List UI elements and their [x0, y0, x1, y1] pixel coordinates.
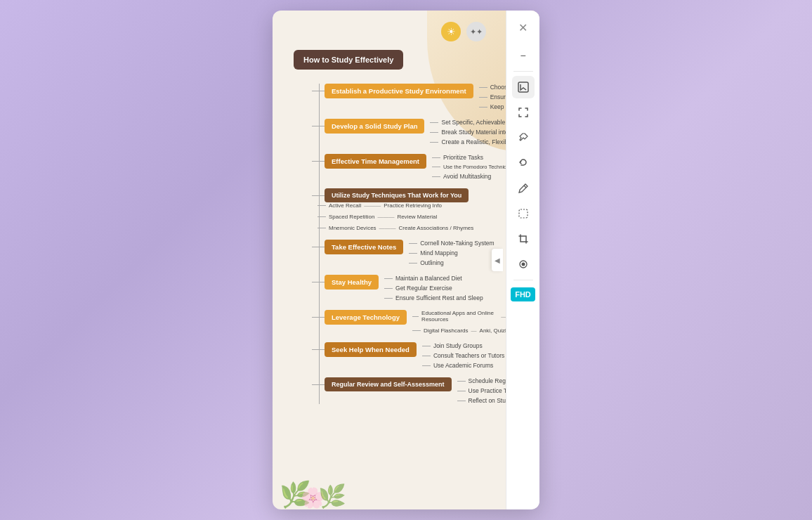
branch-9: Regular Review and Self-Assessment Sched… [312, 377, 528, 404]
record-button[interactable] [512, 253, 535, 275]
scroll-arrow[interactable]: ◀ [492, 249, 503, 271]
root-node: How to Study Effectively [294, 50, 403, 70]
plant-decoration-right: 🌿 [318, 483, 346, 509]
pin-button[interactable] [512, 126, 535, 149]
select-tool-button[interactable] [512, 76, 535, 98]
svg-point-4 [521, 263, 525, 266]
fhd-badge: FHD [511, 287, 535, 301]
branch-node-1: Establish a Productive Study Environment [325, 84, 473, 98]
sun-icon-btn[interactable]: ☀ [441, 22, 461, 41]
sub-item: Maintain a Balanced Diet [384, 275, 483, 282]
branch-node-9: Regular Review and Self-Assessment [325, 377, 452, 391]
sub-items-4: Active Recall ——— Practice Retrieving In… [317, 202, 473, 231]
fullscreen-button[interactable] [512, 101, 535, 124]
sub-item: Cornell Note-Taking System [409, 240, 494, 247]
sub-item: Ensure Sufficient Rest and Sleep [384, 294, 483, 301]
branch-node-7: Leverage Technology [325, 310, 407, 325]
sub-items-6: Maintain a Balanced Diet Get Regular Exe… [384, 275, 483, 301]
close-button[interactable]: ✕ [512, 16, 535, 39]
divider-1 [513, 71, 533, 72]
svg-rect-0 [518, 82, 528, 92]
branch-2: Develop a Solid Study Plan Set Specific,… [312, 119, 528, 145]
branch-1: Establish a Productive Study Environment… [312, 84, 528, 110]
branch-8: Seek Help When Needed Join Study Groups … [312, 342, 528, 369]
pen-button[interactable] [512, 177, 535, 200]
sub-item: Use Academic Forums [422, 362, 504, 369]
branch-3: Effective Time Management Prioritize Tas… [312, 154, 528, 180]
branch-node-4: Utilize Study Techniques That Work for Y… [325, 188, 469, 202]
undo-button[interactable] [512, 152, 535, 174]
divider-2 [513, 280, 533, 280]
sub-item: Mind Mapping [409, 249, 494, 256]
toolbar: ✕ − [506, 11, 539, 509]
svg-rect-2 [519, 209, 528, 218]
svg-line-1 [524, 186, 526, 188]
branch-node-5: Take Effective Notes [325, 240, 403, 254]
branch-node-8: Seek Help When Needed [325, 342, 417, 357]
sub-item: Get Regular Exercise [384, 285, 483, 292]
expand-icon-btn[interactable]: ✦✦ [466, 22, 486, 41]
sub-items-8: Join Study Groups Consult Teachers or Tu… [422, 342, 504, 369]
border-button[interactable] [512, 202, 535, 225]
top-icons: ☀ ✦✦ [287, 22, 528, 41]
sub-item: Join Study Groups [422, 342, 504, 349]
minimize-button[interactable]: − [512, 44, 535, 67]
sub-item: Consult Teachers or Tutors [422, 352, 504, 359]
crop-button[interactable] [512, 228, 535, 250]
main-window: ☀ ✦✦ How to Study Effectively Establish … [273, 11, 539, 509]
sub-item: Outlining [409, 259, 494, 266]
sub-items-5: Cornell Note-Taking System Mind Mapping … [409, 240, 494, 266]
branch-node-6: Stay Healthy [325, 275, 379, 290]
branch-4: Utilize Study Techniques That Work for Y… [312, 188, 528, 231]
branch-node-3: Effective Time Management [325, 154, 426, 169]
branch-6: Stay Healthy Maintain a Balanced Diet Ge… [312, 275, 528, 301]
branch-node-2: Develop a Solid Study Plan [325, 119, 424, 134]
branch-7: Leverage Technology Educational Apps and… [312, 310, 528, 334]
